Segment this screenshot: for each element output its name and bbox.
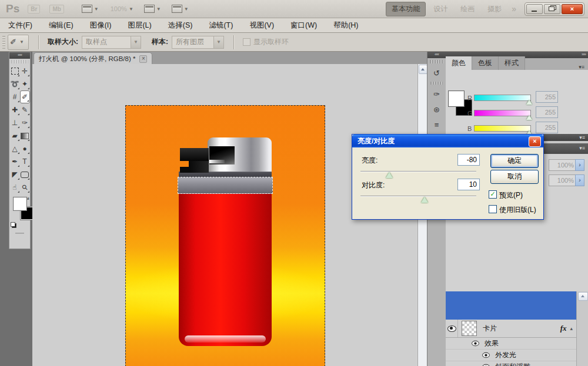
tab-styles[interactable]: 样式 [499, 56, 525, 70]
fx-collapse-icon[interactable]: ▴ [570, 325, 573, 331]
brightness-slider-handle[interactable] [386, 172, 393, 178]
green-channel-slider[interactable] [474, 110, 531, 116]
brightness-slider[interactable] [360, 171, 476, 172]
foreground-color-swatch[interactable] [13, 197, 27, 211]
tool-blur[interactable]: △ [10, 142, 20, 155]
close-button[interactable]: × [562, 4, 583, 14]
contrast-input[interactable]: 10 [457, 179, 480, 190]
tool-hand[interactable]: ☝ [10, 181, 20, 194]
current-tool-preset[interactable]: ✐ ▼ [8, 35, 29, 50]
workspace-overflow-icon[interactable]: » [512, 4, 516, 14]
restore-button[interactable] [544, 4, 560, 14]
overflow-panel-icon[interactable]: ≡ [430, 119, 443, 130]
dialog-close-icon[interactable]: × [529, 136, 541, 147]
legacy-checkbox[interactable] [489, 205, 497, 213]
tool-lasso[interactable]: ➰ [10, 78, 20, 90]
arrange-documents-caret-icon[interactable]: ▼ [156, 6, 161, 12]
fill-dropdown-icon[interactable]: › [575, 174, 584, 186]
screen-mode-icon[interactable] [172, 5, 182, 13]
sample-size-select[interactable]: 取样点 ▼ [82, 36, 141, 49]
visibility-toggle[interactable] [480, 361, 492, 366]
tool-quick-selection[interactable]: ✦ [20, 78, 30, 90]
workspace-painting-button[interactable]: 绘画 [455, 2, 480, 16]
arrange-documents-icon[interactable] [144, 5, 155, 13]
document-tab-close-icon[interactable]: × [139, 55, 147, 63]
workspace-photography-button[interactable]: 摄影 [482, 2, 507, 16]
zoom-level-caret-icon[interactable]: ▼ [129, 6, 133, 12]
menu-image[interactable]: 图像(I) [82, 18, 120, 32]
show-sampling-ring-checkbox[interactable] [243, 38, 250, 46]
menu-edit[interactable]: 编辑(E) [41, 18, 82, 32]
menu-window[interactable]: 窗口(W) [282, 18, 325, 32]
panel-foreground-swatch[interactable] [448, 90, 465, 107]
clone-source-panel-icon[interactable]: ⊛ [430, 103, 443, 115]
tool-panel-grip[interactable] [11, 60, 28, 63]
tool-type[interactable]: T [20, 155, 30, 168]
blue-channel-value[interactable]: 255 [536, 122, 558, 133]
tool-move[interactable]: ✛ [20, 65, 30, 78]
tab-color[interactable]: 颜色 [446, 56, 472, 70]
tool-crop[interactable]: # [10, 90, 20, 103]
adjustments-menu-icon[interactable]: ▾≡ [579, 135, 585, 140]
layer-name[interactable]: 卡片 [483, 324, 497, 334]
menu-view[interactable]: 视图(V) [241, 18, 282, 32]
tool-dodge[interactable]: ● [20, 142, 30, 155]
default-colors-icon[interactable] [11, 222, 16, 228]
tool-rounded-rectangle[interactable] [20, 168, 30, 181]
dialog-titlebar[interactable]: 亮度/对比度 × [352, 135, 543, 147]
tool-gradient[interactable] [20, 129, 30, 142]
layers-scrollbar-up-arrow[interactable] [578, 292, 588, 301]
sample-select[interactable]: 所有图层 ▼ [172, 36, 224, 49]
scrollbar-up-arrow[interactable] [419, 65, 427, 74]
selected-layer-row[interactable] [446, 291, 576, 320]
red-slider-handle[interactable] [526, 100, 532, 105]
menu-help[interactable]: 帮助(H) [325, 18, 366, 32]
visibility-toggle[interactable] [480, 350, 492, 361]
tool-history-brush[interactable]: ✑ [20, 116, 30, 129]
tool-zoom[interactable]: ⚲ [20, 181, 30, 194]
view-extras-icon[interactable] [82, 5, 92, 13]
launch-mini-bridge-button[interactable]: Mb [49, 5, 64, 14]
cancel-button[interactable]: 取消 [490, 170, 539, 184]
options-bar-grip[interactable] [2, 36, 5, 49]
workspace-essentials-button[interactable]: 基本功能 [386, 2, 426, 16]
menu-file[interactable]: 文件(F) [0, 18, 41, 32]
dock-expand-icon[interactable]: »» [582, 52, 586, 58]
tool-spot-healing-brush[interactable]: ✚ [10, 103, 20, 116]
visibility-toggle[interactable] [469, 338, 481, 349]
brushes-panel-icon[interactable]: ✑ [430, 88, 443, 100]
layers-scrollbar[interactable] [576, 291, 588, 366]
effects-group-row[interactable]: 效果 [446, 338, 576, 350]
brightness-input[interactable]: -80 [457, 154, 480, 166]
green-channel-value[interactable]: 255 [536, 106, 558, 118]
visibility-toggle[interactable] [446, 320, 458, 337]
tool-eyedropper[interactable]: ✐ [20, 90, 30, 103]
tool-eraser[interactable]: ▰ [10, 129, 20, 142]
effect-row-bevel-emboss[interactable]: 斜面和浮雕 [446, 361, 576, 366]
launch-bridge-button[interactable]: Br [28, 5, 40, 14]
tool-panel-collapse[interactable]: «« [9, 52, 30, 59]
canvas[interactable] [125, 105, 325, 366]
contrast-slider[interactable] [360, 196, 476, 197]
layers-panel-menu-icon[interactable]: ▾≡ [579, 145, 585, 151]
contrast-slider-handle[interactable] [421, 197, 428, 203]
menu-select[interactable]: 选择(S) [160, 18, 201, 32]
tool-pen[interactable]: ✒ [10, 155, 20, 168]
preview-checkbox[interactable]: ✓ [489, 190, 497, 199]
blue-channel-slider[interactable] [474, 125, 531, 132]
color-panel-menu-icon[interactable]: ▾≡ [579, 64, 588, 70]
tool-rectangular-marquee[interactable] [10, 65, 20, 78]
layer-thumbnail[interactable] [462, 321, 477, 336]
tool-brush[interactable]: ✎ [20, 103, 30, 116]
document-tab[interactable]: 打火机 @ 100% (分界, RGB/8) * × [34, 52, 152, 65]
tool-clone-stamp[interactable]: ⊥ [10, 116, 20, 129]
layer-row-card[interactable]: 卡片 fx ▴ [446, 320, 576, 338]
workspace-design-button[interactable]: 设计 [428, 2, 453, 16]
effect-row-outer-glow[interactable]: 外发光 [446, 350, 576, 361]
tab-swatches[interactable]: 色板 [472, 56, 499, 70]
opacity-dropdown-icon[interactable]: › [575, 159, 584, 171]
minimize-button[interactable] [526, 4, 543, 14]
zoom-level[interactable]: 100% [111, 5, 127, 12]
green-slider-handle[interactable] [526, 115, 532, 120]
history-panel-icon[interactable]: ↺ [430, 67, 443, 79]
